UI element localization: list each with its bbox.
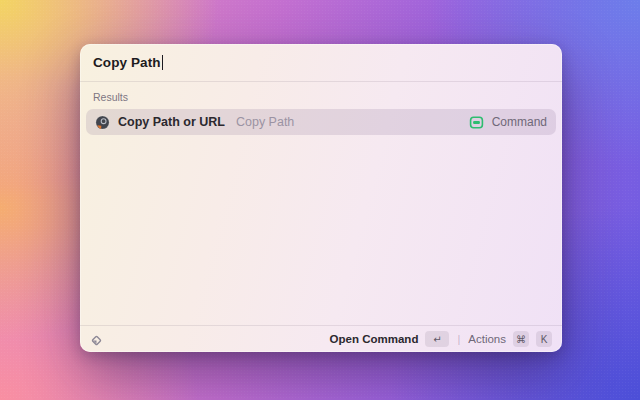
primary-action-label[interactable]: Open Command xyxy=(330,333,419,345)
return-keycap: ↵ xyxy=(425,331,449,347)
search-input[interactable]: Copy Path xyxy=(80,44,562,81)
footer-separator: | xyxy=(456,333,461,345)
result-title: Copy Path or URL xyxy=(118,115,225,129)
actions-menu-label[interactable]: Actions xyxy=(468,333,506,345)
result-subtitle: Copy Path xyxy=(236,115,294,129)
result-type-badge: Command xyxy=(492,115,547,129)
results-section-label: Results xyxy=(80,82,562,109)
cmd-keycap: ⌘ xyxy=(513,331,529,347)
launcher-window: Copy Path Results Copy Path or URL Copy … xyxy=(80,44,562,352)
copy-path-app-icon xyxy=(95,115,110,130)
k-keycap: K xyxy=(536,331,552,347)
search-input-value: Copy Path xyxy=(93,55,161,70)
footer-action-bar: Open Command ↵ | Actions ⌘ K xyxy=(80,326,562,352)
result-row-copy-path[interactable]: Copy Path or URL Copy Path Command xyxy=(86,109,556,135)
raycast-logo-icon xyxy=(90,333,103,346)
command-window-icon xyxy=(469,115,484,130)
results-empty-area xyxy=(80,135,562,325)
text-cursor xyxy=(162,55,164,70)
